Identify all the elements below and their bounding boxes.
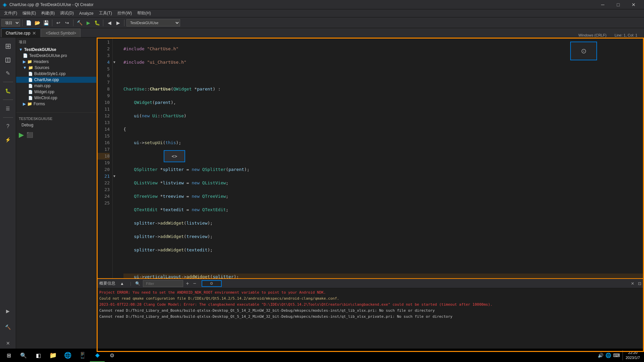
debug-label: Debug	[21, 123, 33, 127]
taskbar-explorer[interactable]: 📁	[46, 349, 60, 362]
menu-file[interactable]: 文件(F)	[1, 10, 20, 17]
editor-area[interactable]: <> 1 2 3 4 5 6 7 8 9 10 11 12 13 14 15 1…	[97, 38, 644, 352]
line-ending-info: Windows (CRLF)	[578, 33, 612, 37]
titlebar-controls[interactable]: ─ □ ✕	[595, 0, 641, 9]
close-button[interactable]: ✕	[626, 0, 641, 9]
undo-button[interactable]: ↩	[54, 19, 62, 27]
output-up-button[interactable]: ▲	[118, 280, 126, 288]
code-content[interactable]: #include "ChartUse.h" #include "ui_Chart…	[118, 38, 644, 278]
tree-chartuse-icon: 📄	[28, 78, 33, 82]
run-button[interactable]: ▶	[84, 19, 92, 27]
main-area: ⊞ ◫ ✎ 🐛 ☰ ? ⚡ ▶ 🔨 ✕ 项目 ▼ TestDeskGUIUse …	[0, 38, 644, 352]
filter-input[interactable]	[143, 280, 183, 287]
sidebar-close-icon[interactable]: ✕	[2, 337, 14, 349]
menu-controls[interactable]: 控件(W)	[115, 10, 135, 17]
tree-sources-folder-icon: 📁	[28, 65, 33, 70]
sidebar-edit-icon[interactable]: ◫	[2, 54, 14, 66]
menu-debug[interactable]: 调试(D)	[57, 10, 76, 17]
tree-pro-label: TestDeskGUIUse.pro	[29, 53, 67, 58]
tree-winctrol-icon: 📄	[28, 96, 33, 100]
minimize-button[interactable]: ─	[595, 0, 610, 9]
titlebar-left: ◈ ChartUse.cpp @ TestDeskGUIUse - Qt Cre…	[3, 1, 94, 8]
tree-sources-label: Sources	[35, 65, 49, 70]
sidebar-kit-icon[interactable]: ⚡	[2, 134, 14, 146]
folder-icon: 📁	[49, 352, 57, 359]
debug-run-button[interactable]: ▶	[19, 131, 24, 139]
build-button[interactable]: 🔨	[75, 19, 84, 27]
project-dropdown[interactable]: 项目	[1, 19, 20, 26]
sidebar-separator3	[3, 117, 13, 118]
taskbar-start[interactable]: ⊞	[1, 349, 16, 362]
tree-widget-icon: 📄	[28, 90, 33, 94]
sidebar-help-icon[interactable]: ?	[2, 120, 14, 132]
menu-analyze[interactable]: Analyze	[76, 10, 96, 16]
sidebar-manage-icon[interactable]: 🔨	[2, 321, 14, 333]
sidebar-design-icon[interactable]: ✎	[2, 67, 14, 79]
bracket-widget: <>	[164, 150, 185, 162]
next-button[interactable]: ▶	[114, 19, 122, 27]
sidebar-build-run-icon[interactable]: ▶	[2, 305, 14, 317]
taskbar-time: 22:20	[628, 350, 638, 355]
taskbar-right: 🔊 🌐 ⌨ 22:20 2023/1/7	[598, 350, 643, 361]
menu-build[interactable]: 构建(B)	[39, 10, 57, 17]
tree-bubblestyle-icon: 📄	[28, 72, 33, 76]
save-button[interactable]: 💾	[42, 19, 50, 27]
taskbar-settings[interactable]: ⚙	[105, 349, 119, 362]
tree-root-label: TestDeskGUIUse	[24, 47, 56, 52]
tree-bubblestyle[interactable]: 📄 BubbleStyle1.cpp	[16, 71, 96, 77]
filter-remove-icon[interactable]: −	[193, 281, 196, 287]
tree-chartuse[interactable]: 📄 ChartUse.cpp	[16, 77, 96, 83]
titlebar-title: ChartUse.cpp @ TestDeskGUIUse - Qt Creat…	[9, 2, 94, 7]
output-msg-0: Project ERROR: You need to set the ANDRO…	[99, 290, 641, 296]
tab-chartuse-cpp[interactable]: ChartUse.cpp ✕	[1, 28, 41, 37]
menu-tools[interactable]: 工具(T)	[96, 10, 115, 17]
sidebar-debug-icon[interactable]: 🐛	[2, 85, 14, 97]
qtcreator-icon: ◈	[95, 352, 99, 358]
tree-chartuse-label: ChartUse.cpp	[34, 77, 59, 82]
tree-main[interactable]: 📄 main.cpp	[16, 83, 96, 89]
output-toolbar: 概要信息 ▲ | 🔍 + − ⊙ ✕ ⊡	[97, 279, 644, 288]
redo-button[interactable]: ↪	[63, 19, 71, 27]
open-file-button[interactable]: 📂	[33, 19, 41, 27]
taskbar-qtcreator[interactable]: ◈	[90, 349, 105, 362]
taskbar-edge[interactable]: 🌐	[60, 349, 75, 362]
tree-winctrol[interactable]: 📄 WinCtrol.cpp	[16, 95, 96, 101]
output-box-inner-icon: ⊙	[210, 281, 213, 286]
sidebar-icons: ⊞ ◫ ✎ 🐛 ☰ ? ⚡ ▶ 🔨 ✕	[0, 38, 16, 352]
tree-headers-folder[interactable]: ▶ 📁 Headers	[16, 59, 96, 65]
tree-widget[interactable]: 📄 Widget.cpp	[16, 89, 96, 95]
menu-edit[interactable]: 编辑(E)	[20, 10, 39, 17]
new-file-button[interactable]: 📄	[24, 19, 33, 27]
debug-button[interactable]: 🐛	[93, 19, 101, 27]
taskbar-tray-icons: 🔊 🌐 ⌨	[598, 353, 620, 358]
windows-icon: ⊞	[7, 352, 11, 359]
menu-help[interactable]: 帮助(H)	[135, 10, 154, 17]
output-close-icon[interactable]: ✕	[631, 281, 634, 286]
debug-stop-button[interactable]: ⬛	[26, 132, 33, 138]
search-icon: 🔍	[135, 281, 140, 286]
code-container[interactable]: <> 1 2 3 4 5 6 7 8 9 10 11 12 13 14 15 1…	[97, 38, 644, 278]
filter-add-icon[interactable]: +	[186, 281, 189, 287]
config-dropdown[interactable]: TestDeskGUIUse	[126, 19, 180, 26]
sidebar-projects-icon[interactable]: ☰	[2, 103, 14, 115]
tree-forms-folder[interactable]: ▶ 📁 Forms	[16, 101, 96, 107]
tree-bubblestyle-label: BubbleStyle1.cpp	[34, 71, 65, 76]
tree-pro-file[interactable]: 📄 TestDeskGUIUse.pro	[16, 53, 96, 59]
maximize-button[interactable]: □	[610, 0, 626, 9]
sidebar-separator	[3, 82, 13, 82]
prev-button[interactable]: ◀	[105, 19, 113, 27]
tree-sources-folder[interactable]: ▼ 📁 Sources	[16, 65, 96, 71]
output-float-icon[interactable]: ⊡	[638, 281, 641, 286]
tab-select-symbol[interactable]: <Select Symbol>	[41, 28, 80, 37]
taskbar-phone[interactable]: 📱	[75, 349, 90, 362]
taskbar-taskview[interactable]: ◧	[31, 349, 46, 362]
search-icon: 🔍	[20, 352, 27, 359]
taskbar-search[interactable]: 🔍	[16, 349, 31, 362]
output-msg-2: 2023-01-07T22:08:28 Clang Code Model: Er…	[99, 302, 641, 308]
tree-root-icon: ▼	[19, 47, 23, 52]
bracket-icon: <>	[172, 154, 177, 159]
tree-root[interactable]: ▼ TestDeskGUIUse	[16, 47, 96, 53]
sidebar-welcome-icon[interactable]: ⊞	[2, 40, 14, 52]
fold-column: ▼ ▼	[113, 38, 118, 278]
tab-chartuse-cpp-close[interactable]: ✕	[32, 31, 36, 36]
